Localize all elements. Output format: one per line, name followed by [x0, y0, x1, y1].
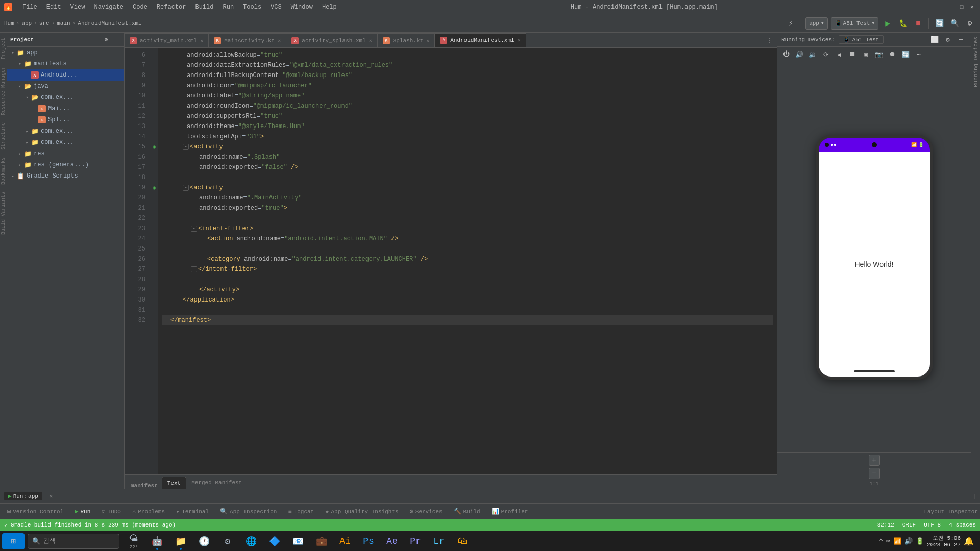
tab-activity-splash[interactable]: X activity_splash.xml ✕: [286, 33, 377, 47]
start-button[interactable]: ⊞: [2, 533, 24, 549]
menu-tools[interactable]: Tools: [239, 3, 265, 12]
tree-item-gradle[interactable]: ▸ 📋 Gradle Scripts: [7, 170, 124, 182]
debug-button[interactable]: 🐛: [897, 17, 909, 30]
menu-view[interactable]: View: [66, 3, 89, 12]
zoom-in-button[interactable]: +: [869, 455, 880, 466]
fold-icon-23[interactable]: -: [191, 226, 197, 232]
tree-item-comex1[interactable]: ▾ 📂 com.ex...: [7, 92, 124, 103]
tree-item-res[interactable]: ▸ 📁 res: [7, 148, 124, 159]
project-expand-icon[interactable]: —: [112, 35, 121, 44]
tree-item-app[interactable]: ▾ 📁 app: [7, 47, 124, 58]
device-vol-up-icon[interactable]: 🔊: [794, 49, 805, 60]
device-screenshot-icon[interactable]: 📷: [873, 49, 885, 60]
tab-close-activity-splash[interactable]: ✕: [369, 38, 372, 44]
volume-icon[interactable]: 🔊: [904, 537, 913, 545]
tree-item-java[interactable]: ▾ 📂 java: [7, 81, 124, 92]
device-more-icon[interactable]: ⋯: [913, 49, 924, 60]
minimize-button[interactable]: ─: [947, 3, 955, 11]
tree-item-splash[interactable]: K Spl...: [7, 114, 124, 126]
keyboard-icon[interactable]: ⌨: [886, 537, 890, 545]
tab-splash[interactable]: K Splash.kt ✕: [378, 33, 435, 47]
zoom-out-button[interactable]: −: [869, 468, 880, 479]
code-content[interactable]: android:allowBackup="true" android:dataE…: [158, 48, 777, 474]
taskbar-app-weather[interactable]: 🌤 22°: [122, 532, 145, 551]
taskbar-app-android[interactable]: 🤖: [146, 532, 168, 551]
taskbar-app-photoshop[interactable]: Ps: [357, 532, 380, 551]
close-button[interactable]: ✕: [968, 3, 976, 11]
menu-file[interactable]: File: [18, 3, 41, 12]
taskbar-app-settings[interactable]: ⚙: [216, 532, 239, 551]
tree-item-comex3[interactable]: ▸ 📁 com.ex...: [7, 137, 124, 148]
taskbar-app-teams[interactable]: 💼: [310, 532, 333, 551]
taskbar-app-lightroom[interactable]: Lr: [428, 532, 450, 551]
tool-tab-app-quality[interactable]: ★ App Quality Insights: [320, 505, 403, 518]
run-button[interactable]: ▶: [881, 17, 894, 30]
tab-close-androidmanifest[interactable]: ✕: [518, 37, 521, 43]
menu-vcs[interactable]: VCS: [266, 3, 286, 12]
device-record-icon[interactable]: ⏺: [887, 49, 898, 60]
device-back-icon[interactable]: ◀: [834, 49, 845, 60]
menu-navigate[interactable]: Navigate: [90, 3, 128, 12]
fold-icon-19[interactable]: -: [183, 185, 189, 191]
tool-tab-app-inspection[interactable]: 🔍 App Inspection: [215, 505, 282, 518]
menu-run[interactable]: Run: [218, 3, 238, 12]
build-variants-icon[interactable]: Build Variants: [0, 189, 7, 238]
taskbar-app-store[interactable]: 🛍: [451, 532, 474, 551]
settings-device-icon[interactable]: ⚙: [942, 34, 953, 45]
device-dropdown[interactable]: 📱 A51 Test ▾: [831, 17, 878, 30]
search-everywhere-icon[interactable]: 🔍: [948, 17, 961, 30]
tab-merged-manifest[interactable]: Merged Manifest: [186, 477, 247, 489]
taskbar-app-chrome[interactable]: 🌐: [240, 532, 262, 551]
taskbar-app-premiere[interactable]: Pr: [404, 532, 427, 551]
tool-tab-run[interactable]: ▶ Run: [69, 505, 95, 518]
device-select[interactable]: 📱 A51 Test: [839, 35, 884, 44]
tab-close-activity-main[interactable]: ✕: [200, 38, 203, 44]
bookmarks-icon[interactable]: Bookmarks: [0, 154, 7, 188]
taskbar-time-display[interactable]: 오전 5:06 2023-06-27: [927, 534, 961, 548]
tab-close-mainactivity[interactable]: ✕: [278, 38, 281, 44]
taskbar-app-aftereffects[interactable]: Ae: [381, 532, 403, 551]
menu-build[interactable]: Build: [191, 3, 217, 12]
menu-code[interactable]: Code: [129, 3, 152, 12]
maximize-button[interactable]: □: [958, 3, 966, 11]
menu-help[interactable]: Help: [318, 3, 341, 12]
battery-icon[interactable]: 🔋: [916, 537, 924, 545]
tool-tab-problems[interactable]: ⚠ Problems: [127, 505, 170, 518]
tab-close-splash[interactable]: ✕: [426, 38, 429, 44]
menu-edit[interactable]: Edit: [42, 3, 65, 12]
tool-tab-services[interactable]: ⚙ Services: [405, 505, 448, 518]
network-icon[interactable]: 📶: [893, 537, 901, 545]
taskbar-search[interactable]: 🔍 검색: [28, 534, 119, 549]
tray-expand-icon[interactable]: ⌃: [879, 537, 883, 545]
fold-icon-27[interactable]: -: [191, 266, 197, 272]
breadcrumb-part-main[interactable]: main: [57, 20, 70, 27]
fold-icon-15[interactable]: -: [183, 144, 189, 150]
breadcrumb-part-app[interactable]: app: [21, 20, 32, 27]
close-device-panel-icon[interactable]: —: [955, 34, 967, 45]
tree-item-main-activity[interactable]: K Mai...: [7, 103, 124, 114]
taskbar-app-explorer[interactable]: 📁: [169, 532, 192, 551]
device-rotate-icon[interactable]: ⟳: [820, 49, 831, 60]
notification-icon[interactable]: 🔔: [964, 536, 974, 546]
resource-icon[interactable]: Resource Manager: [0, 63, 7, 118]
settings-icon[interactable]: ⚙: [964, 17, 976, 30]
taskbar-app-clock[interactable]: 🕐: [193, 532, 215, 551]
run-tab[interactable]: ▶ Run: app: [4, 492, 42, 500]
tree-item-comex2[interactable]: ▸ 📁 com.ex...: [7, 126, 124, 137]
tab-text[interactable]: Text: [162, 477, 186, 489]
tool-tab-logcat[interactable]: ≡ Logcat: [283, 505, 319, 518]
taskbar-app-mail[interactable]: 📧: [287, 532, 309, 551]
structure-icon[interactable]: Structure: [0, 119, 7, 153]
running-devices-sidebar-label[interactable]: Running Devices: [972, 33, 980, 91]
device-home-icon[interactable]: ⏹: [847, 49, 858, 60]
tool-tab-todo[interactable]: ☑ TODO: [96, 505, 126, 518]
run-tab-close[interactable]: ✕: [45, 492, 57, 500]
maximize-device-icon[interactable]: ⬜: [929, 34, 940, 45]
layout-inspector-label[interactable]: Layout Inspector: [924, 509, 978, 515]
sync-button[interactable]: 🔄: [933, 17, 945, 30]
tree-item-androidmanifest[interactable]: A Android...: [7, 69, 124, 81]
taskbar-app-edge[interactable]: 🔷: [263, 532, 286, 551]
device-refresh-icon[interactable]: 🔄: [900, 49, 911, 60]
taskbar-app-illustrator[interactable]: Ai: [334, 532, 356, 551]
tool-tab-version-control[interactable]: ⊞ Version Control: [2, 505, 68, 518]
